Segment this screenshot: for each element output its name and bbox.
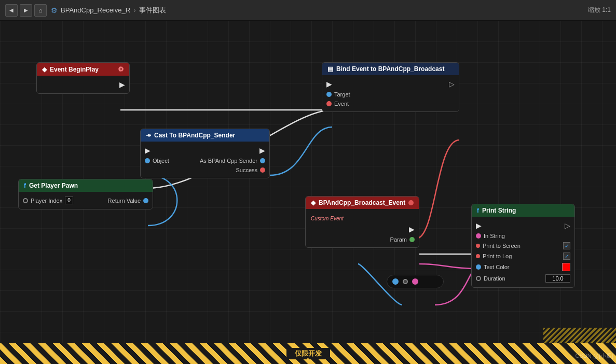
in-string-row: In String	[472, 231, 574, 241]
broadcast-exec-row: ▶	[306, 223, 419, 235]
print-exec-in: ▶	[476, 221, 482, 230]
zoom-label: 缩放 1:1	[588, 6, 611, 15]
event-pin	[326, 101, 332, 106]
object-label: Object	[153, 158, 169, 164]
forward-icon: ▶	[24, 7, 28, 13]
print-screen-checkbox[interactable]: ✓	[563, 242, 570, 249]
bind-exec-in: ▶	[326, 80, 332, 88]
broadcast-exec-out: ▶	[409, 225, 415, 233]
bind-event-title: Bind Event to BPAndCpp_Broadcast	[336, 65, 444, 73]
home-button[interactable]: ⌂	[34, 4, 47, 17]
print-screen-label: Print to Screen	[483, 243, 521, 249]
dev-banner-arrow-icon: ▲	[305, 355, 311, 362]
duration-label: Duration	[484, 275, 505, 282]
cast-icon: ↠	[146, 132, 151, 139]
as-label: As BPAnd Cpp Sender	[200, 158, 257, 164]
print-header: f Print String	[472, 204, 574, 217]
home-icon: ⌂	[38, 7, 42, 14]
cast-body: ▶ ▶ Object As BPAnd Cpp Sender Success	[141, 142, 269, 178]
print-log-pin	[476, 254, 480, 258]
print-log-label: Print to Log	[483, 253, 512, 259]
duration-pin	[476, 276, 481, 281]
text-color-pin	[476, 264, 481, 270]
broadcast-icon: ◆	[311, 199, 316, 206]
print-title: Print String	[482, 207, 516, 214]
in-string-pin	[476, 233, 481, 239]
broadcast-red-pin	[408, 200, 414, 205]
broadcast-param-row: Param	[306, 235, 419, 244]
print-screen-row: Print to Screen ✓	[472, 241, 574, 251]
bind-event-row: Event	[322, 99, 459, 108]
object-pin	[145, 158, 150, 163]
breadcrumb-page[interactable]: 事件图表	[139, 6, 166, 15]
broadcast-event-node: ◆ BPAndCpp_Broadcast_Event Custom Event …	[305, 196, 419, 248]
begin-play-exec-out: ▶	[119, 80, 125, 89]
get-player-body: Player Index 0 Return Value	[19, 192, 153, 209]
watermark-text: CSDN @[小瓜]	[575, 352, 613, 360]
breadcrumb-project[interactable]: BPAndCpp_Receive_R	[61, 6, 130, 14]
begin-play-title: Event BeginPlay	[50, 66, 99, 73]
broadcast-title: BPAndCpp_Broadcast_Event	[319, 199, 405, 206]
cast-object-row: Object As BPAnd Cpp Sender	[141, 156, 269, 165]
print-string-node: f Print String ▶ ▷ In String Print to Sc…	[471, 204, 575, 288]
connector-right-pin	[412, 278, 418, 285]
text-color-row: Text Color	[472, 261, 574, 273]
cast-title: Cast To BPAndCpp_Sender	[154, 132, 235, 139]
in-string-label: In String	[484, 233, 505, 239]
cast-exec-row: ▶ ▶	[141, 145, 269, 156]
dev-banner: 仅限开发 ▲	[0, 343, 616, 364]
bind-exec-row: ▶ ▷	[322, 78, 459, 90]
connector-node	[387, 275, 444, 288]
target-label: Target	[334, 91, 350, 97]
broadcast-subtitle-row: Custom Event	[306, 212, 419, 223]
duration-input[interactable]: 10.0	[545, 274, 570, 283]
function-icon: f	[24, 182, 26, 189]
bind-icon: ▤	[327, 65, 333, 73]
get-player-title: Get Player Pawn	[29, 182, 78, 189]
nav-buttons: ◀ ▶ ⌂	[5, 4, 47, 17]
as-pin	[260, 158, 265, 163]
forward-button[interactable]: ▶	[20, 4, 32, 17]
print-exec-row: ▶ ▷	[472, 220, 574, 231]
begin-play-header: ◆ Event BeginPlay ⚙	[37, 63, 129, 76]
print-log-row: Print to Log ✓	[472, 251, 574, 261]
cast-success-row: Success	[141, 165, 269, 175]
bind-event-node: ▤ Bind Event to BPAndCpp_Broadcast ▶ ▷ T…	[322, 62, 459, 112]
back-button[interactable]: ◀	[5, 4, 18, 17]
event-begin-play-node: ◆ Event BeginPlay ⚙ ▶	[36, 62, 130, 94]
text-color-swatch[interactable]	[562, 263, 570, 271]
success-pin	[260, 167, 265, 173]
success-label: Success	[236, 167, 257, 173]
begin-play-exec-row: ▶	[37, 79, 129, 90]
cast-node: ↠ Cast To BPAndCpp_Sender ▶ ▶ Object As …	[140, 129, 270, 178]
broadcast-subtitle: Custom Event	[311, 216, 344, 221]
begin-play-settings-icon[interactable]: ⚙	[118, 65, 124, 73]
bind-event-body: ▶ ▷ Target Event	[322, 75, 459, 111]
text-color-label: Text Color	[484, 264, 510, 270]
connector-mid-pin	[403, 279, 408, 284]
print-log-checkbox[interactable]: ✓	[563, 253, 570, 260]
print-exec-out: ▷	[565, 221, 570, 230]
back-icon: ◀	[9, 7, 13, 13]
broadcast-header: ◆ BPAndCpp_Broadcast_Event	[306, 197, 419, 209]
dev-banner-arrow: ▲	[305, 354, 311, 363]
player-index-pin	[23, 198, 28, 203]
begin-play-icon: ◆	[42, 66, 47, 73]
connector-left-pin	[392, 278, 399, 285]
target-pin	[326, 92, 332, 97]
begin-play-body: ▶	[37, 76, 129, 93]
event-label: Event	[334, 101, 349, 107]
bind-target-row: Target	[322, 90, 459, 99]
project-icon: ⚙	[51, 6, 58, 15]
get-player-pawn-node: f Get Player Pawn Player Index 0 Return …	[18, 179, 153, 209]
bind-exec-out: ▷	[449, 80, 455, 88]
player-index-value[interactable]: 0	[65, 197, 73, 204]
return-value-label: Return Value	[108, 198, 141, 204]
bind-event-header: ▤ Bind Event to BPAndCpp_Broadcast	[322, 63, 459, 75]
print-body: ▶ ▷ In String Print to Screen ✓ Print to…	[472, 217, 574, 287]
broadcast-body: Custom Event ▶ Param	[306, 209, 419, 247]
duration-row: Duration 10.0	[472, 273, 574, 284]
cast-exec-out: ▶	[259, 146, 265, 155]
cast-exec-in: ▶	[145, 146, 150, 155]
breadcrumb-separator: ›	[133, 6, 135, 14]
